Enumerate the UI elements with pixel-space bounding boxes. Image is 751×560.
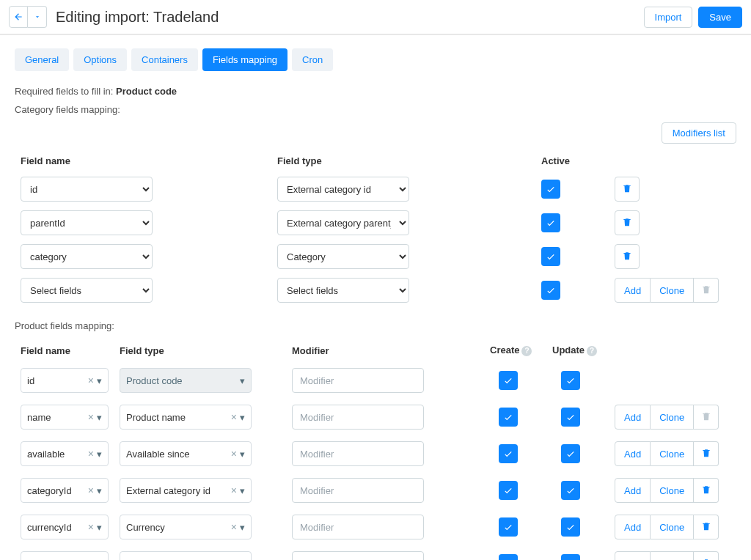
trash-icon xyxy=(622,217,632,229)
delete-button[interactable] xyxy=(694,405,719,430)
update-checkbox[interactable] xyxy=(561,408,580,427)
create-checkbox[interactable] xyxy=(499,554,518,560)
active-checkbox[interactable] xyxy=(541,281,560,300)
trash-icon xyxy=(701,521,711,534)
add-button[interactable]: Add xyxy=(615,405,651,430)
delete-button[interactable] xyxy=(615,210,640,235)
tab-cron[interactable]: Cron xyxy=(292,48,333,71)
caret-down-icon: ▾ xyxy=(240,449,245,460)
add-button[interactable]: Add xyxy=(615,278,651,303)
add-button[interactable]: Add xyxy=(615,551,651,560)
tabs: General Options Containers Fields mappin… xyxy=(15,48,736,71)
tab-fields-mapping[interactable]: Fields mapping xyxy=(202,48,287,71)
clone-button[interactable]: Clone xyxy=(651,478,694,503)
field-type-select[interactable]: External category id xyxy=(277,177,409,202)
update-checkbox[interactable] xyxy=(561,371,580,390)
add-button[interactable]: Add xyxy=(615,478,651,503)
product-row: currencyId×▾Currency×▾AddClone xyxy=(15,509,736,545)
create-checkbox[interactable] xyxy=(499,481,518,500)
import-button[interactable]: Import xyxy=(644,7,693,28)
product-row: -None-▾-None-▾AddClone xyxy=(15,545,736,560)
product-row: available×▾Available since×▾AddClone xyxy=(15,435,736,472)
category-row: Select fieldsSelect fieldsAddClone xyxy=(15,273,736,307)
delete-button[interactable] xyxy=(694,515,719,539)
tab-options[interactable]: Options xyxy=(73,48,127,71)
clear-icon[interactable]: × xyxy=(88,485,94,496)
back-button[interactable] xyxy=(9,6,28,28)
category-section-label: Category fields mapping: xyxy=(15,104,736,115)
clear-icon[interactable]: × xyxy=(231,521,237,533)
trash-icon xyxy=(701,485,711,497)
clear-icon[interactable]: × xyxy=(88,375,94,386)
modifier-input[interactable] xyxy=(292,515,424,539)
field-name-combo[interactable]: -None-▾ xyxy=(21,551,109,560)
create-checkbox[interactable] xyxy=(499,444,518,463)
field-name-select[interactable]: parentId xyxy=(21,210,153,235)
back-dropdown[interactable] xyxy=(28,6,47,28)
field-type-combo[interactable]: -None-▾ xyxy=(120,551,252,560)
modifier-input[interactable] xyxy=(292,405,424,430)
product-row: name×▾Product name×▾AddClone xyxy=(15,399,736,435)
clear-icon[interactable]: × xyxy=(88,411,94,423)
tab-general[interactable]: General xyxy=(15,48,69,71)
caret-down-icon: ▾ xyxy=(97,522,102,533)
clear-icon[interactable]: × xyxy=(231,448,237,460)
field-type-select[interactable]: Category xyxy=(277,244,409,269)
delete-button[interactable] xyxy=(694,441,719,466)
update-checkbox[interactable] xyxy=(561,554,580,560)
trash-icon xyxy=(701,448,711,460)
update-checkbox[interactable] xyxy=(561,444,580,463)
clear-icon[interactable]: × xyxy=(88,448,94,460)
update-checkbox[interactable] xyxy=(561,481,580,500)
create-checkbox[interactable] xyxy=(499,371,518,390)
tab-containers[interactable]: Containers xyxy=(131,48,198,71)
clone-button[interactable]: Clone xyxy=(651,405,694,430)
field-name-combo[interactable]: available×▾ xyxy=(21,441,109,466)
field-name-combo[interactable]: currencyId×▾ xyxy=(21,515,109,539)
field-type-combo[interactable]: Product code▾ xyxy=(120,368,252,393)
field-type-combo[interactable]: Product name×▾ xyxy=(120,405,252,430)
clear-icon[interactable]: × xyxy=(231,411,237,423)
clear-icon[interactable]: × xyxy=(231,485,237,496)
field-name-combo[interactable]: categoryId×▾ xyxy=(21,478,109,503)
clone-button[interactable]: Clone xyxy=(651,441,694,466)
caret-down-icon: ▾ xyxy=(240,375,245,386)
field-name-select[interactable]: Select fields xyxy=(21,278,153,303)
active-checkbox[interactable] xyxy=(541,213,560,232)
required-fields-text: Required fields to fill in: Product code xyxy=(15,86,736,97)
delete-button[interactable] xyxy=(694,478,719,503)
clone-button[interactable]: Clone xyxy=(651,551,694,560)
create-checkbox[interactable] xyxy=(499,517,518,537)
modifier-input[interactable] xyxy=(292,478,424,503)
field-type-combo[interactable]: Currency×▾ xyxy=(120,515,252,539)
field-name-combo[interactable]: name×▾ xyxy=(21,405,109,430)
field-type-combo[interactable]: Available since×▾ xyxy=(120,441,252,466)
caret-down-icon: ▾ xyxy=(97,375,102,386)
active-checkbox[interactable] xyxy=(541,247,560,266)
modifier-input[interactable] xyxy=(292,441,424,466)
delete-button[interactable] xyxy=(615,244,640,269)
field-name-select[interactable]: id xyxy=(21,177,153,202)
delete-button[interactable] xyxy=(694,551,719,560)
modifier-input[interactable] xyxy=(292,368,424,393)
field-name-combo[interactable]: id×▾ xyxy=(21,368,109,393)
create-checkbox[interactable] xyxy=(499,408,518,427)
add-button[interactable]: Add xyxy=(615,441,651,466)
clear-icon[interactable]: × xyxy=(88,521,94,533)
delete-button[interactable] xyxy=(615,177,640,202)
caret-down-icon: ▾ xyxy=(240,522,245,533)
update-checkbox[interactable] xyxy=(561,517,580,537)
field-type-combo[interactable]: External category id×▾ xyxy=(120,478,252,503)
field-name-select[interactable]: category xyxy=(21,244,153,269)
caret-down-icon: ▾ xyxy=(97,449,102,460)
active-checkbox[interactable] xyxy=(541,180,560,199)
modifiers-list-button[interactable]: Modifiers list xyxy=(662,122,736,144)
add-button[interactable]: Add xyxy=(615,515,651,539)
clone-button[interactable]: Clone xyxy=(651,515,694,539)
delete-button[interactable] xyxy=(694,278,719,303)
save-button[interactable]: Save xyxy=(698,7,742,28)
field-type-select[interactable]: Select fields xyxy=(277,278,409,303)
clone-button[interactable]: Clone xyxy=(651,278,694,303)
field-type-select[interactable]: External category parent_id xyxy=(277,210,409,235)
modifier-input[interactable] xyxy=(292,551,424,560)
